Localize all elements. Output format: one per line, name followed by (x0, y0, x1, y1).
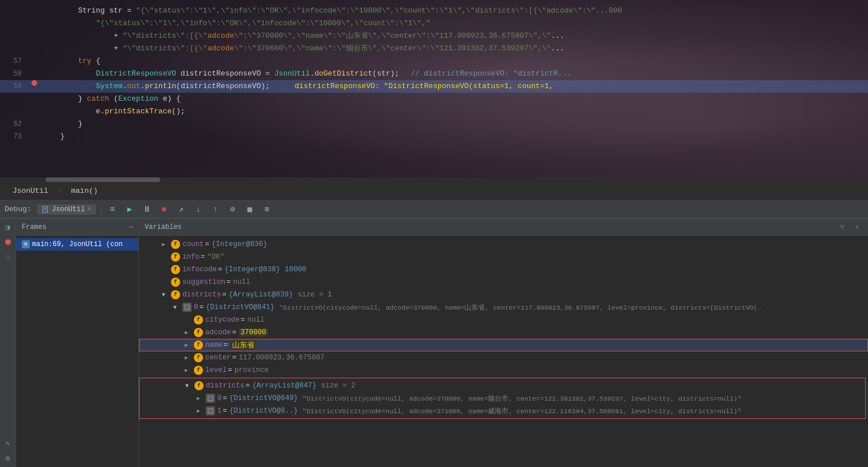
code-content: } catch (Exception e) { (40, 93, 868, 105)
field-icon-districts-top: f (171, 290, 180, 299)
field-icon-infocode: f (171, 265, 180, 274)
code-content: System.out.println(districtResponseVO); … (40, 80, 868, 93)
settings-left-btn[interactable]: ⚙ (2, 452, 14, 465)
size-badge-districts-top: size = 1 (298, 291, 332, 299)
debug-panel: ◨ ○ ✎ ⚙ Frames → m main:69, JsonUtil (co… (0, 219, 868, 467)
expand-arrow-nested-0[interactable]: ▶ (197, 395, 206, 402)
restore-btn[interactable]: ◨ (2, 221, 14, 234)
expand-arrow-districts-nested[interactable]: ▼ (185, 383, 194, 389)
edit-btn[interactable]: ✎ (2, 437, 14, 450)
var-eq: = (223, 394, 228, 402)
var-eq: = (228, 366, 233, 374)
code-editor: String str = "{\"status\":\"1\",\"info\"… (0, 0, 868, 177)
var-row-count[interactable]: ▶ f count = {Integer@836} (139, 238, 868, 251)
expand-arrow-districts-top[interactable]: ▼ (162, 292, 171, 298)
var-row-citycode[interactable]: ▶ f citycode = null (139, 314, 868, 326)
expand-arrow-district-0[interactable]: ▼ (173, 304, 182, 311)
expand-arrow-center[interactable]: ▶ (185, 354, 194, 361)
var-eq: = (218, 266, 222, 274)
var-name-suggestion: suggestion (182, 278, 225, 286)
mute-btn[interactable]: ○ (2, 251, 14, 263)
var-val-nested-1-ref: {DistrictVO@8..} (229, 407, 298, 415)
expand-arrow-adcode[interactable]: ▶ (185, 329, 194, 336)
var-val-level: province (234, 366, 269, 374)
var-row-info[interactable]: ▶ f info = "OK" (139, 251, 868, 263)
code-line-print: e.printStackTrace(); (0, 105, 868, 118)
var-row-district-0[interactable]: ▼ 0 = {DistrictVO@841} "DistrictVO(cityc… (139, 301, 868, 314)
variables-panel-header: Variables ▽ + (139, 219, 868, 236)
code-content: e.printStackTrace(); (40, 105, 868, 118)
frames-label: Frames (22, 223, 46, 231)
expand-arrow-level[interactable]: ▶ (185, 367, 194, 374)
var-row-district-nested-1[interactable]: ▶ 1 = {DistrictVO@8..} "DistrictVO(cityc… (140, 405, 865, 417)
var-eq: = (232, 329, 237, 337)
var-val-districts-top: {ArrayList@839} (229, 291, 293, 299)
breadcrumb-main[interactable]: main() (64, 182, 105, 200)
field-icon-level: f (194, 366, 203, 375)
code-line-close1: 62 } (0, 118, 868, 130)
file-icon (42, 205, 50, 213)
frame-icon: m (22, 240, 30, 248)
debug-label: Debug: (5, 205, 31, 213)
toolbar-step-out-btn[interactable]: ↑ (209, 203, 222, 216)
frames-arrow[interactable]: → (129, 223, 133, 231)
var-row-level[interactable]: ▶ f level = province (139, 364, 868, 377)
var-val-citycode: null (248, 316, 265, 324)
var-extra-infocode: 10000 (285, 266, 306, 274)
var-row-districts-top[interactable]: ▼ f districts = {ArrayList@839} size = 1 (139, 288, 868, 301)
debug-file-tab[interactable]: JsonUtil × (37, 204, 96, 215)
breakpoints-btn[interactable] (2, 236, 14, 248)
var-row-suggestion[interactable]: ▶ f suggestion = null (139, 276, 868, 288)
var-val-adcode: 370000 (239, 329, 268, 337)
var-row-infocode[interactable]: ▶ f infocode = {Integer@838} 10000 (139, 263, 868, 276)
toolbar-separator (101, 204, 101, 215)
var-row-adcode[interactable]: ▶ f adcode = 370000 (139, 326, 868, 339)
toolbar-pause-btn[interactable]: ⏸ (140, 203, 154, 216)
toolbar-resume-btn[interactable]: ▶ (123, 203, 137, 216)
var-eq: = (246, 382, 250, 390)
var-eq: = (224, 341, 228, 349)
frame-label: main:69, JsonUtil (con (32, 240, 122, 248)
code-line-59: 59 System.out.println(districtResponseVO… (0, 80, 868, 93)
breadcrumb-jsonutil[interactable]: JsonUtil (6, 182, 55, 200)
var-row-center[interactable]: ▶ f center = 117.000923,36.675807 (139, 351, 868, 364)
scrollbar-thumb[interactable] (46, 177, 160, 182)
horizontal-scrollbar[interactable] (0, 177, 868, 182)
code-line-3: + "\"districts\":[{\"adcode\":\"370000\"… (0, 30, 868, 42)
code-content: } (40, 118, 868, 130)
code-line-close2: 73 } (0, 130, 868, 143)
frame-item-main[interactable]: m main:69, JsonUtil (con (16, 238, 138, 251)
variables-label: Variables (145, 223, 182, 231)
toolbar-eval-btn[interactable]: ▦ (243, 203, 257, 216)
toolbar-step-into-btn[interactable]: ↓ (192, 203, 205, 216)
debug-close-btn[interactable]: × (87, 205, 91, 213)
var-row-districts-nested[interactable]: ▼ f districts = {ArrayList@847} size = 2 (140, 379, 865, 392)
var-eq: = (222, 291, 227, 299)
expand-arrow-count[interactable]: ▶ (162, 241, 171, 248)
code-line-catch: } catch (Exception e) { (0, 93, 868, 105)
var-val-districts-nested-ref: {ArrayList@847} (252, 382, 317, 390)
size-badge-districts-nested: size = 2 (321, 382, 356, 390)
code-content: try { (40, 55, 868, 68)
filter-btn[interactable]: ▽ (837, 222, 847, 232)
field-icon-count: f (171, 240, 180, 249)
toolbar-settings-btn[interactable]: ≋ (260, 203, 274, 216)
expand-arrow-nested-1[interactable]: ▶ (197, 407, 206, 414)
code-line-57: 57 try { (0, 55, 868, 68)
toolbar-stop-btn[interactable]: ■ (157, 203, 171, 216)
var-eq: = (241, 316, 245, 324)
frames-panel-header: Frames → (16, 219, 138, 236)
var-val-center: 117.000923,36.675807 (239, 354, 325, 362)
line-number: 59 (0, 80, 29, 93)
toolbar-step-over-btn[interactable]: ↗ (174, 203, 188, 216)
var-row-district-nested-0[interactable]: ▶ 0 = {DistrictVO@849} "DistrictVO(cityc… (140, 392, 865, 405)
toolbar-run-cursor-btn[interactable]: ⊘ (226, 203, 240, 216)
add-watch-btn[interactable]: + (852, 222, 862, 232)
var-row-name[interactable]: ▶ f name = 山东省 (139, 339, 868, 351)
field-icon-citycode: f (194, 315, 203, 324)
var-eq: = (200, 303, 204, 311)
var-name-name: name (205, 341, 222, 349)
var-val-nested-0-str: "DistrictVO(citycode=null, adcode=370600… (302, 394, 742, 403)
expand-arrow-name[interactable]: ▶ (185, 342, 194, 349)
toolbar-rerun-btn[interactable]: ≡ (106, 203, 120, 216)
